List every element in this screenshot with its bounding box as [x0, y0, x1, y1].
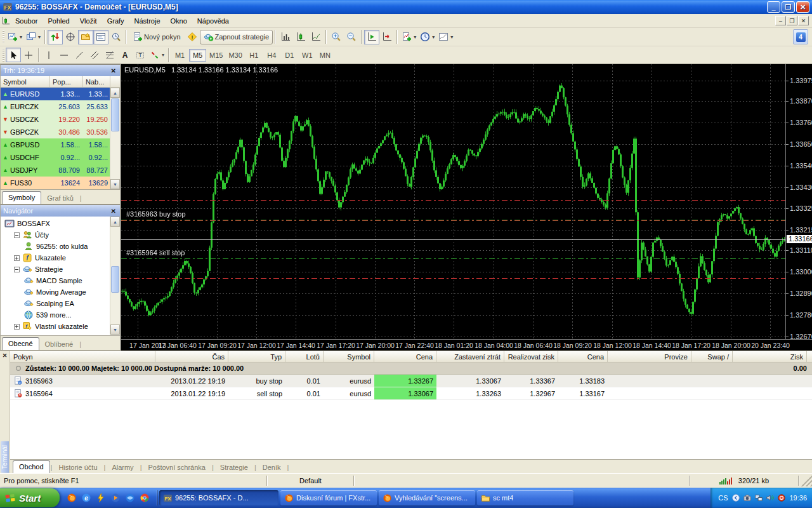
terminal-column-7[interactable]: Realizovat zisk — [504, 351, 558, 362]
navigator-item-moving-average[interactable]: Moving Average — [1, 286, 120, 298]
new-chart-button[interactable]: ▾ — [6, 30, 24, 44]
menu-soubor[interactable]: Soubor — [10, 15, 43, 27]
market-watch-header[interactable]: Trh: 19:36:19 ✕ — [1, 65, 120, 76]
menu-grafy[interactable]: Grafy — [102, 15, 129, 27]
channel-button[interactable] — [87, 48, 102, 62]
collapse-minus-icon[interactable] — [14, 267, 20, 272]
close-button[interactable]: ✕ — [796, 1, 809, 13]
market-watch-scrollbar[interactable]: ▲ ▼ — [110, 88, 120, 189]
bar-chart-button[interactable] — [278, 30, 293, 44]
navigator-item-scalping-ea[interactable]: Scalping EA — [1, 298, 120, 309]
terminal-close-icon[interactable]: ✕ — [3, 351, 8, 360]
menu-pohled[interactable]: Pohled — [43, 15, 74, 27]
line-chart-button[interactable] — [308, 30, 324, 44]
tray-camera-icon[interactable] — [742, 493, 752, 503]
chart-shift-button[interactable] — [379, 30, 395, 44]
market-watch-close-icon[interactable]: ✕ — [110, 67, 117, 74]
navigator-button[interactable] — [78, 30, 93, 44]
dropdown-arrow-icon[interactable]: ▾ — [450, 34, 453, 40]
terminal-column-10[interactable]: Swap / — [691, 351, 733, 362]
quick-launch-chrome[interactable] — [139, 493, 150, 504]
terminal-tab-historie-tu[interactable]: Historie účtu — [53, 462, 103, 474]
quick-launch-messenger[interactable] — [124, 493, 135, 504]
zoom-out-button[interactable] — [344, 30, 359, 44]
market-watch-row-usdczk[interactable]: ▼USDCZK19.22019.250 — [1, 113, 120, 126]
dropdown-arrow-icon[interactable]: ▾ — [162, 52, 164, 58]
scroll-down-icon[interactable]: ▼ — [110, 324, 120, 335]
quick-launch-internet-explorer[interactable]: e — [81, 493, 91, 504]
timeframe-w1-button[interactable]: W1 — [299, 49, 316, 62]
navigator-item-539-more-[interactable]: 539 more... — [1, 309, 120, 321]
market-watch-row-eurusd[interactable]: ▲EURUSD1.33...1.33... — [1, 88, 120, 100]
new-order-button[interactable]: Nový pokyn — [129, 30, 184, 44]
zoom-in-button[interactable] — [329, 30, 344, 44]
resize-grip[interactable] — [801, 475, 812, 486]
dropdown-arrow-icon[interactable]: ▾ — [432, 34, 435, 40]
market-watch-column-1[interactable]: Pop... — [50, 76, 83, 87]
timeframe-mn-button[interactable]: MN — [317, 49, 334, 62]
terminal-column-header[interactable]: PokynČasTypLotůSymbolCenaZastavení ztrát… — [10, 351, 812, 363]
tray-speaker-icon[interactable] — [765, 493, 775, 503]
market-watch-column-header[interactable]: SymbolPop...Nab... — [1, 76, 120, 88]
price-axis[interactable]: 1.339751.338701.337601.336501.335401.334… — [785, 64, 812, 339]
periods-button[interactable]: ▾ — [418, 30, 436, 44]
status-profile[interactable]: Default — [268, 477, 353, 485]
price-chart[interactable] — [121, 64, 785, 339]
order-row-3165964[interactable]: 31659642013.01.22 19:19sell stop0.01euru… — [10, 387, 812, 400]
crosshair-button[interactable] — [21, 48, 36, 62]
terminal-column-0[interactable]: Pokyn — [10, 351, 155, 362]
terminal-button[interactable] — [93, 30, 108, 44]
terminal-column-11[interactable]: Zisk — [733, 351, 807, 362]
navigator-close-icon[interactable]: ✕ — [110, 208, 117, 215]
menu-vložit[interactable]: Vložit — [75, 15, 102, 27]
scroll-down-icon[interactable]: ▼ — [110, 179, 120, 189]
terminal-column-6[interactable]: Zastavení ztrát — [436, 351, 504, 362]
terminal-tab-den-k[interactable]: Deník — [257, 462, 287, 474]
timeframe-h1-button[interactable]: H1 — [246, 49, 263, 62]
expand-plus-icon[interactable] — [14, 255, 20, 261]
terminal-tab-strategie[interactable]: Strategie — [214, 462, 254, 474]
expand-plus-icon[interactable] — [14, 324, 20, 330]
fibonacci-button[interactable] — [102, 48, 117, 62]
navigator-item-ukazatele[interactable]: fUkazatele — [1, 252, 120, 264]
timeframe-m30-button[interactable]: M30 — [226, 49, 244, 62]
tray-network-icon[interactable] — [754, 493, 763, 503]
arrows-button[interactable]: ▾ — [148, 48, 166, 62]
toolbar-grip[interactable] — [3, 49, 4, 62]
terminal-column-9[interactable]: Provize — [608, 351, 691, 362]
terminal-column-8[interactable]: Cena — [558, 351, 608, 362]
quick-launch-winamp[interactable] — [95, 493, 106, 504]
timeframe-d1-button[interactable]: D1 — [281, 49, 298, 62]
navigator-tab-obl-ben-[interactable]: Oblíbené — [39, 338, 79, 351]
market-watch-row-fus30[interactable]: ▲FUS301362413629 — [1, 177, 120, 189]
navigator-item--ty[interactable]: Účty — [1, 229, 120, 241]
terminal-column-1[interactable]: Čas — [155, 351, 228, 362]
mdi-restore-button[interactable]: ❐ — [787, 16, 797, 25]
auto-scroll-button[interactable] — [364, 30, 379, 44]
restore-button[interactable]: ❐ — [782, 1, 795, 13]
indicators-button[interactable]: ▾ — [400, 30, 418, 44]
scroll-up-icon[interactable]: ▲ — [110, 217, 120, 227]
tray-chevron-icon[interactable] — [731, 493, 740, 503]
navigator-item-vlastn-ukazatele[interactable]: fVlastní ukazatele — [1, 321, 120, 332]
quick-launch-firefox[interactable] — [66, 493, 77, 504]
timeframe-m15-button[interactable]: M15 — [207, 49, 225, 62]
terminal-column-4[interactable]: Symbol — [324, 351, 374, 362]
order-row-3165963[interactable]: 31659632013.01.22 19:19buy stop0.01eurus… — [10, 375, 812, 387]
navigator-item-bossafx[interactable]: BOSSAFX — [1, 218, 120, 229]
timeframe-h4-button[interactable]: H4 — [263, 49, 280, 62]
vertical-line-button[interactable] — [41, 48, 56, 62]
strategy-tester-button[interactable] — [108, 30, 124, 44]
menu-okno[interactable]: Okno — [166, 15, 192, 27]
enable-strategies-button[interactable]: Zapnout strategie — [200, 30, 273, 44]
mdi-minimize-button[interactable]: – — [775, 16, 786, 25]
terminal-tab-obchod[interactable]: Obchod — [13, 460, 50, 473]
candlestick-chart-button[interactable] — [293, 30, 308, 44]
terminal-column-5[interactable]: Cena — [374, 351, 436, 362]
horizontal-line-button[interactable] — [56, 48, 72, 62]
terminal-column-3[interactable]: Lotů — [285, 351, 324, 362]
minimize-button[interactable]: _ — [767, 1, 780, 13]
language-indicator[interactable]: CS — [718, 494, 728, 502]
mql4-community-button[interactable]: 4 — [793, 29, 808, 44]
text-button[interactable]: A — [117, 48, 133, 62]
